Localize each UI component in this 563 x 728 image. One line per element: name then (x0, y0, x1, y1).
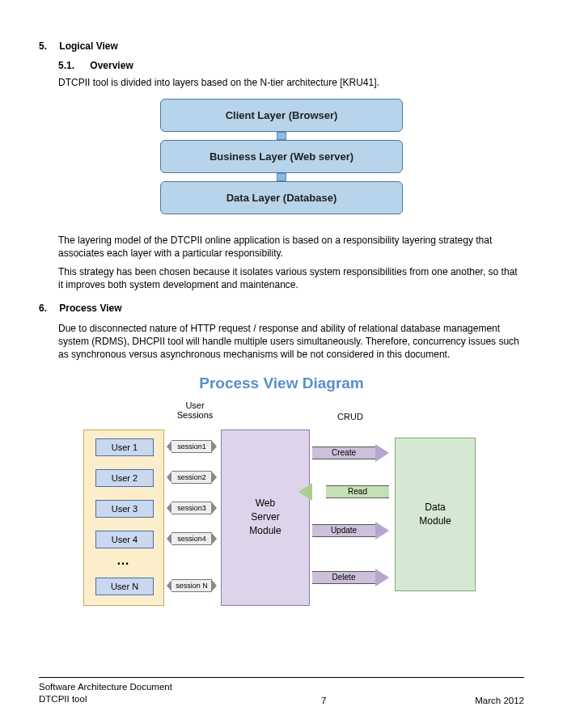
session-arrow: session N (167, 579, 217, 592)
section-6-heading: 6. Process View (39, 303, 524, 314)
crud-update-arrow: Update (312, 522, 389, 540)
data-module: Data Module (395, 438, 476, 591)
users-container: User 1 User 2 User 3 User 4 … User N (83, 430, 164, 606)
data-module-label: Data Module (419, 501, 451, 528)
crud-label: Update (312, 524, 375, 537)
user-box: User 3 (95, 500, 154, 518)
session-label: session3 (171, 502, 212, 514)
footer-tool-name: DTCPII tool (39, 693, 172, 705)
section-5-intro: DTCPII tool is divided into layers based… (58, 76, 524, 89)
session-arrow: session4 (167, 532, 217, 545)
session-arrow: session3 (167, 502, 217, 514)
crud-delete-arrow: Delete (312, 569, 389, 586)
crud-read-arrow: Read (312, 483, 389, 501)
section-5-1-number: 5.1. (58, 60, 87, 71)
page-footer: Software Architecture Document DTCPII to… (39, 677, 524, 705)
business-layer-box: Business Layer (Web server) (160, 140, 403, 173)
process-view-diagram: User Sessions CRUD User 1 User 2 User 3 … (75, 397, 488, 607)
section-6-title: Process View (59, 303, 121, 314)
layer-connector (277, 173, 286, 181)
client-layer-box: Client Layer (Browser) (160, 99, 403, 132)
crud-label: CRUD (326, 412, 375, 421)
section-5-1-heading: 5.1. Overview (58, 60, 524, 71)
session-label: session4 (171, 532, 212, 545)
footer-left: Software Architecture Document DTCPII to… (39, 681, 172, 705)
crud-label: Read (326, 485, 389, 498)
section-5-number: 5. (39, 40, 57, 52)
section-6-para: Due to disconnected nature of HTTP reque… (58, 322, 524, 362)
crud-create-arrow: Create (312, 444, 389, 462)
web-server-label: Web Server Module (249, 497, 281, 537)
web-server-module: Web Server Module (221, 430, 310, 606)
section-5-para2: This strategy has been chosen because it… (58, 265, 524, 291)
sessions-label: User Sessions (171, 400, 219, 420)
layer-diagram: Client Layer (Browser) Business Layer (W… (160, 99, 403, 214)
user-box: User 1 (95, 438, 154, 456)
session-label: session1 (171, 440, 212, 453)
user-box: User N (95, 578, 154, 595)
section-5-para1: The layering model of the DTCPII online … (58, 234, 524, 260)
section-5-1-title: Overview (90, 60, 133, 71)
session-arrow: session2 (167, 471, 217, 484)
session-label: session N (171, 579, 212, 592)
user-dots: … (116, 553, 132, 568)
section-5-heading: 5. Logical View (39, 40, 524, 52)
user-box: User 2 (95, 469, 154, 487)
user-box: User 4 (95, 531, 154, 548)
crud-label: Create (312, 447, 375, 459)
layer-connector (277, 132, 286, 140)
process-view-title: Process View Diagram (39, 375, 524, 392)
footer-doc-title: Software Architecture Document (39, 681, 172, 693)
data-layer-box: Data Layer (Database) (160, 181, 403, 214)
section-5-title: Logical View (59, 40, 117, 52)
section-6-number: 6. (39, 303, 57, 314)
session-label: session2 (171, 471, 212, 484)
crud-label: Delete (312, 571, 375, 584)
footer-page-number: 7 (321, 696, 326, 705)
session-arrow: session1 (167, 440, 217, 453)
footer-date: March 2012 (475, 696, 524, 705)
